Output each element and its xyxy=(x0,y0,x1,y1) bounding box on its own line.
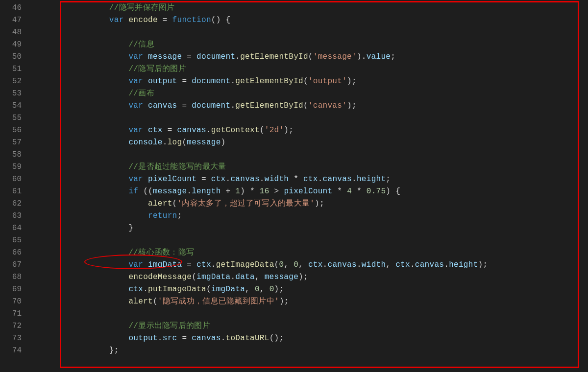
code-line[interactable] xyxy=(51,308,588,320)
code-line[interactable]: alert('隐写成功，信息已隐藏到图片中'); xyxy=(51,296,588,308)
line-number: 72 xyxy=(0,320,22,332)
line-number: 60 xyxy=(0,173,22,186)
line-number: 68 xyxy=(0,271,22,283)
code-line[interactable]: //信息 xyxy=(51,39,588,51)
line-number: 53 xyxy=(0,88,22,100)
code-line[interactable] xyxy=(51,234,588,247)
code-line[interactable]: ctx.putImageData(imgData, 0, 0); xyxy=(51,283,588,296)
code-line[interactable]: encodeMessage(imgData.data, message); xyxy=(51,271,588,283)
line-number: 65 xyxy=(0,234,22,247)
code-line[interactable]: output.src = canvas.toDataURL(); xyxy=(51,332,588,345)
line-number: 64 xyxy=(0,222,22,234)
fold-strip xyxy=(28,0,51,372)
line-number: 70 xyxy=(0,296,22,308)
line-number: 63 xyxy=(0,210,22,222)
code-line[interactable] xyxy=(51,149,588,161)
code-line[interactable]: alert('内容太多了，超过了可写入的最大量'); xyxy=(51,198,588,210)
code-area[interactable]: //隐写并保存图片 var encode = function() { //信息… xyxy=(51,0,588,372)
line-number: 66 xyxy=(0,247,22,259)
code-line[interactable]: //显示出隐写后的图片 xyxy=(51,320,588,332)
line-number: 47 xyxy=(0,14,22,26)
code-line[interactable]: return; xyxy=(51,210,588,222)
line-number: 56 xyxy=(0,124,22,137)
line-number: 49 xyxy=(0,39,22,51)
line-number: 48 xyxy=(0,26,22,39)
line-number: 59 xyxy=(0,161,22,173)
code-line[interactable]: //核心函数：隐写 xyxy=(51,247,588,259)
code-line[interactable]: var message = document.getElementById('m… xyxy=(51,51,588,63)
code-line[interactable]: //是否超过能隐写的最大量 xyxy=(51,161,588,173)
code-line[interactable] xyxy=(51,26,588,39)
code-line[interactable]: console.log(message) xyxy=(51,137,588,149)
code-line[interactable]: } xyxy=(51,222,588,234)
line-number: 74 xyxy=(0,345,22,357)
code-line[interactable]: }; xyxy=(51,345,588,357)
code-line[interactable]: var pixelCount = ctx.canvas.width * ctx.… xyxy=(51,173,588,186)
line-number-gutter: 4647484950515253545556575859606162636465… xyxy=(0,0,28,372)
code-line[interactable]: var canvas = document.getElementById('ca… xyxy=(51,100,588,112)
code-line[interactable]: //隐写后的图片 xyxy=(51,63,588,75)
line-number: 73 xyxy=(0,332,22,345)
code-line[interactable]: var imgData = ctx.getImageData(0, 0, ctx… xyxy=(51,259,588,271)
code-line[interactable]: var output = document.getElementById('ou… xyxy=(51,75,588,88)
code-line[interactable]: //隐写并保存图片 xyxy=(51,2,588,14)
line-number: 55 xyxy=(0,112,22,124)
line-number: 58 xyxy=(0,149,22,161)
line-number: 67 xyxy=(0,259,22,271)
line-number: 50 xyxy=(0,51,22,63)
code-editor[interactable]: 4647484950515253545556575859606162636465… xyxy=(0,0,588,372)
line-number: 46 xyxy=(0,2,22,14)
line-number: 51 xyxy=(0,63,22,75)
line-number: 71 xyxy=(0,308,22,320)
code-line[interactable]: if ((message.length + 1) * 16 > pixelCou… xyxy=(51,186,588,198)
line-number: 54 xyxy=(0,100,22,112)
line-number: 57 xyxy=(0,137,22,149)
code-line[interactable]: var ctx = canvas.getContext('2d'); xyxy=(51,124,588,137)
code-line[interactable]: //画布 xyxy=(51,88,588,100)
code-line[interactable] xyxy=(51,112,588,124)
code-line[interactable]: var encode = function() { xyxy=(51,14,588,26)
line-number: 62 xyxy=(0,198,22,210)
line-number: 69 xyxy=(0,283,22,296)
line-number: 52 xyxy=(0,75,22,88)
line-number: 61 xyxy=(0,186,22,198)
